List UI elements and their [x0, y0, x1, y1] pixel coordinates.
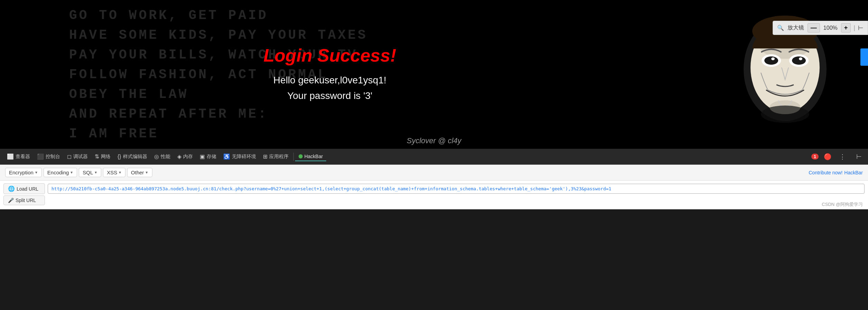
url-area: 🌐 Load URL 🎤 Split URL CSDN @阿狗爱学习: [0, 181, 868, 209]
svg-point-8: [799, 57, 802, 60]
network-label: 网络: [101, 154, 111, 160]
tab-debugger[interactable]: ◻ 调试器: [64, 152, 91, 161]
encoding-label: Encoding: [47, 170, 69, 175]
svg-point-7: [771, 57, 775, 60]
magnifier-controls: — 100% + | ⊢: [808, 23, 864, 33]
login-success-text: Login Success!: [263, 45, 396, 66]
svg-point-5: [764, 56, 778, 65]
magnifier-reset-button[interactable]: ⊢: [858, 24, 864, 32]
xss-label: XSS: [107, 170, 117, 175]
accessibility-label: 无障碍环境: [232, 154, 256, 160]
other-arrow: ▼: [145, 171, 149, 174]
hackbar-link[interactable]: HackBar: [844, 170, 863, 175]
app-program-label: 应用程序: [269, 154, 289, 160]
sql-dropdown[interactable]: SQL ▼: [79, 168, 101, 177]
devtools-bar: ⬜ 查看器 ⬛ 控制台 ◻ 调试器 ⇅ 网络 {} 样式编辑器 ◎ 性能 ◈ 内…: [0, 149, 868, 165]
greeting-text: Hello geekuser,l0ve1ysq1!: [263, 73, 396, 88]
magnifier-plus-button[interactable]: +: [841, 23, 851, 33]
sql-arrow: ▼: [94, 171, 97, 174]
magnifier-percent: 100%: [823, 25, 838, 31]
tab-hackbar[interactable]: HackBar: [295, 152, 327, 161]
debugger-label: 调试器: [73, 154, 88, 160]
tab-app-program[interactable]: ⊞ 应用程序: [260, 152, 292, 161]
memory-label: 内存: [183, 154, 193, 160]
sql-label: SQL: [83, 170, 93, 175]
hackbar-toolbar: Encryption ▼ Encoding ▼ SQL ▼ XSS ▼ Othe…: [0, 165, 868, 181]
encryption-label: Encryption: [9, 170, 34, 175]
tab-console[interactable]: ⬛ 控制台: [34, 152, 64, 161]
accessibility-icon: ♿: [223, 153, 230, 160]
inspector-label: 查看器: [16, 154, 30, 160]
watermark-text: Syclover @ cl4y: [407, 136, 461, 145]
xss-dropdown[interactable]: XSS ▼: [103, 168, 125, 177]
tab-inspector[interactable]: ⬜ 查看器: [3, 152, 34, 161]
magnifier-separator: |: [853, 24, 855, 31]
user-info: Hello geekuser,l0ve1ysq1! Your password …: [263, 73, 396, 104]
storage-icon: ▣: [200, 153, 205, 160]
performance-label: 性能: [161, 154, 170, 160]
center-content: Login Success! Hello geekuser,l0ve1ysq1!…: [263, 45, 396, 104]
csdn-watermark: CSDN @阿狗爱学习: [822, 201, 863, 208]
encoding-dropdown[interactable]: Encoding ▼: [44, 168, 77, 177]
console-icon: ⬛: [37, 153, 44, 160]
tab-accessibility[interactable]: ♿ 无障碍环境: [220, 152, 260, 161]
contribute-link[interactable]: Contribute now!: [809, 170, 842, 175]
debugger-icon: ◻: [67, 153, 72, 160]
tab-memory[interactable]: ◈ 内存: [174, 152, 196, 161]
magnifier-panel: 🔍 放大镜 — 100% + | ⊢: [773, 21, 868, 35]
svg-point-6: [792, 56, 806, 65]
split-url-row: 🎤 Split URL: [0, 195, 868, 205]
inspector-icon: ⬜: [7, 153, 14, 160]
url-row: 🌐 Load URL: [0, 183, 868, 194]
magnifier-title: 放大镜: [787, 24, 804, 31]
network-icon: ⇅: [95, 153, 99, 160]
hackbar-tab-label: HackBar: [304, 154, 323, 159]
url-input[interactable]: [48, 184, 865, 194]
style-editor-icon: {}: [117, 154, 121, 160]
devtools-right-controls: 1 🔴 ⋮ ⊢: [811, 152, 865, 162]
other-label: Other: [131, 170, 144, 175]
devtools-separator: [293, 153, 294, 161]
encryption-arrow: ▼: [35, 171, 38, 174]
encoding-arrow: ▼: [70, 171, 73, 174]
magnifier-minus-button[interactable]: —: [808, 23, 820, 33]
console-label: 控制台: [46, 154, 60, 160]
split-url-icon: 🎤: [8, 198, 14, 203]
tab-style-editor[interactable]: {} 样式编辑器: [114, 152, 151, 161]
encryption-dropdown[interactable]: Encryption ▼: [5, 168, 42, 177]
style-editor-label: 样式编辑器: [123, 154, 147, 160]
other-dropdown[interactable]: Other ▼: [127, 168, 152, 177]
main-content-area: GO TO WORK, GET PAID HAVE SOME KIDS, PAY…: [0, 0, 868, 149]
storage-label: 存储: [207, 154, 216, 160]
split-url-label: Split URL: [16, 198, 36, 203]
memory-icon: ◈: [177, 153, 181, 160]
magnifier-icon: 🔍: [777, 25, 784, 31]
performance-icon: ◎: [154, 153, 159, 160]
devtools-extra-button[interactable]: ⊢: [853, 152, 865, 162]
hackbar-dot-icon: [299, 154, 303, 158]
error-icon: 🔴: [824, 153, 831, 161]
blue-side-tab[interactable]: [860, 48, 868, 66]
hackbar-right-links: Contribute now! HackBar: [809, 170, 863, 175]
tab-performance[interactable]: ◎ 性能: [151, 152, 174, 161]
svg-point-11: [761, 106, 809, 123]
load-url-icon: 🌐: [8, 185, 15, 192]
error-badge: 1: [811, 154, 819, 159]
app-program-icon: ⊞: [263, 153, 267, 160]
load-url-label: Load URL: [17, 186, 38, 192]
xss-arrow: ▼: [118, 171, 122, 174]
split-url-button[interactable]: 🎤 Split URL: [3, 195, 45, 205]
devtools-more-button[interactable]: ⋮: [837, 152, 848, 162]
password-text: Your password is '3': [263, 88, 396, 104]
load-url-button[interactable]: 🌐 Load URL: [3, 183, 45, 194]
tab-storage[interactable]: ▣ 存储: [196, 152, 220, 161]
tab-network[interactable]: ⇅ 网络: [91, 152, 114, 161]
